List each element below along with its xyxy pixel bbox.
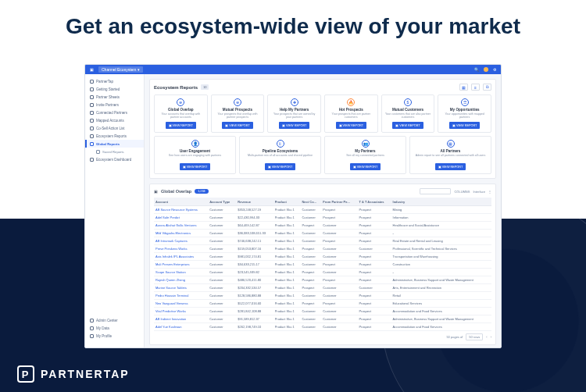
column-header[interactable]: Account <box>154 198 208 206</box>
columns-button[interactable]: COLUMNS <box>454 190 470 194</box>
cell: Product Sku 1 <box>273 245 301 253</box>
sidebar-bottom-item[interactable]: My Profile <box>85 332 144 340</box>
cell: Prospect <box>357 323 391 331</box>
account-link[interactable]: Scope Source Station <box>154 269 208 276</box>
cell: Customer <box>208 230 236 237</box>
sidebar-item[interactable]: Connected Partners <box>85 109 144 116</box>
report-card-title: Mutual Prospects <box>214 108 262 112</box>
table-search-input[interactable] <box>420 188 451 194</box>
column-header[interactable]: Next Co... <box>300 198 321 206</box>
cell: Construction <box>391 261 491 269</box>
account-link[interactable]: Mali Preserv Enterprises <box>154 261 208 269</box>
sidebar-bottom-item[interactable]: My Data <box>85 324 144 332</box>
table-row: AB Indirect InnovationCustomer$91,589,81… <box>154 315 491 323</box>
sidebar-item[interactable]: Partner Sheets <box>85 93 144 101</box>
sidebar-item[interactable]: Ecosystem Dashboard <box>85 155 144 163</box>
sidebar-subitem[interactable]: Global Reports <box>85 140 144 148</box>
cell: Customer <box>300 214 321 222</box>
account-link[interactable]: Adel Safe Predict <box>154 214 208 222</box>
cell: Product Sku 1 <box>273 315 301 323</box>
cell: $128,586,880.88 <box>236 292 273 300</box>
cell: Customer <box>300 292 321 300</box>
account-link[interactable]: Vital Predictive Works <box>154 308 208 315</box>
cell: Prospect <box>300 222 321 230</box>
account-link[interactable]: Pedro Houssin Terminal <box>154 292 208 300</box>
sidebar-item[interactable]: Invite Partners <box>85 101 144 109</box>
account-link[interactable]: AB Source Resource Systems <box>154 206 208 214</box>
cell: Customer <box>321 284 357 292</box>
table-pager: 50 pages of 50 rows ‹ › <box>154 331 491 340</box>
overlap-table: AccountAccount TypeRevenueProductNext Co… <box>154 198 491 331</box>
view-report-button[interactable]: ▣ VIEW REPORT <box>336 122 367 129</box>
main-content: Ecosystem Reports 10 ▦ ≡ ⧉ ⊕Global Overl… <box>145 74 501 347</box>
view-report-button[interactable]: ▣ VIEW REPORT <box>166 122 197 129</box>
view-report-button[interactable]: ▣ VIEW REPORT <box>279 122 310 129</box>
search-icon[interactable]: 🔍 <box>474 67 479 72</box>
column-header[interactable]: Industry <box>391 198 491 206</box>
reports-title: Ecosystem Reports <box>154 85 198 90</box>
sidebar-subitem[interactable]: Saved Reports <box>85 148 144 155</box>
pager-next-icon[interactable]: › <box>491 335 491 339</box>
copy-button[interactable]: ⧉ <box>483 84 491 91</box>
column-header[interactable]: Product <box>273 198 301 206</box>
table-row: Adel Safe PredictCustomer$22,430,994.33P… <box>154 214 491 222</box>
column-header[interactable]: T & T Associates <box>357 198 391 206</box>
sidebar-item[interactable]: Co-Sell Action List <box>85 124 144 132</box>
account-link[interactable]: Preve Preskens Works <box>154 245 208 253</box>
workspace-dropdown[interactable]: Channel Ecosystem ▾ <box>98 66 143 73</box>
account-link[interactable]: AB Indirect Innovation <box>154 315 208 323</box>
sidebar-item[interactable]: Getting Started <box>85 85 144 93</box>
cell: Prospect <box>357 261 391 269</box>
view-report-button[interactable]: ▣ VIEW REPORT <box>265 163 296 170</box>
interface-label: Interface <box>473 190 485 194</box>
avatar[interactable] <box>484 67 488 72</box>
account-link[interactable]: Neo Vanguard Viewess <box>154 300 208 308</box>
cell: Transportation and Warehousing <box>391 253 491 261</box>
view-report-button[interactable]: ▣ VIEW REPORT <box>350 163 381 170</box>
column-header[interactable]: Revenue <box>236 198 273 206</box>
page-size-select[interactable]: 50 rows <box>466 333 483 340</box>
account-link[interactable]: Marine Source Tablets <box>154 284 208 292</box>
cell: Administrative, Business Support and Was… <box>391 276 491 284</box>
report-card: $Mutual CustomersYour customers that are… <box>381 94 435 133</box>
column-header[interactable]: From Partner Pe... <box>321 198 357 206</box>
sidebar-bottom-item[interactable]: Admin Center <box>85 316 144 324</box>
pager-prev-icon[interactable]: ‹ <box>486 335 487 339</box>
account-link[interactable]: Mild Vibgadra Electronics <box>154 230 208 237</box>
report-card-desc: See how users are engaging with partners <box>157 154 233 161</box>
report-card-desc: Multi-partner mix of all accounts and sh… <box>242 154 318 161</box>
view-report-button[interactable]: ▣ VIEW REPORT <box>449 122 481 129</box>
settings-icon[interactable]: ⚙ <box>493 67 496 72</box>
nav-icon <box>90 119 94 123</box>
table-row: Neo Vanguard ViewessCustomer$522,077,016… <box>154 300 491 308</box>
cell: Customer <box>300 237 321 245</box>
sidebar-item[interactable]: Ecosystem Reports <box>85 132 144 140</box>
table-panel: ▣ Global Overlap 1,234 COLUMNS Interface… <box>149 184 496 345</box>
cell: Customer <box>321 230 357 237</box>
cell: $522,077,016.60 <box>236 300 273 308</box>
report-card: 👥My PartnersSee all my connected partner… <box>324 136 406 174</box>
account-link[interactable]: Adel Yue Kushwan <box>154 323 208 331</box>
table-row: Axis Infralek IPL AssociatesCustomer$981… <box>154 253 491 261</box>
account-link[interactable]: Axis Infralek IPL Associates <box>154 253 208 261</box>
cell: Customer <box>300 206 321 214</box>
nav-icon <box>90 95 94 99</box>
grid-view-button[interactable]: ▦ <box>459 84 468 91</box>
account-link[interactable]: AB Intramark Captures <box>154 237 208 245</box>
cell: Retail <box>391 292 491 300</box>
cell: $281,842,108.88 <box>236 308 273 315</box>
sidebar-item[interactable]: PartnerTap <box>85 77 144 85</box>
account-link[interactable]: Aurora Akshat Galla Ventures <box>154 222 208 230</box>
view-report-button[interactable]: ▣ VIEW REPORT <box>392 122 423 129</box>
more-icon[interactable]: ⋮ <box>488 190 491 194</box>
account-link[interactable]: Rajesh Queen Zheng <box>154 276 208 284</box>
report-card-title: Help My Partners <box>270 108 318 112</box>
sidebar-item[interactable]: Mapped Accounts <box>85 116 144 124</box>
view-report-button[interactable]: ▣ VIEW REPORT <box>222 122 253 129</box>
cell: Customer <box>208 214 236 222</box>
list-view-button[interactable]: ≡ <box>471 84 480 91</box>
view-report-button[interactable]: ▣ VIEW REPORT <box>435 163 466 170</box>
view-report-button[interactable]: ▣ VIEW REPORT <box>180 163 211 170</box>
column-header[interactable]: Account Type <box>208 198 236 206</box>
table-row: Mild Vibgadra ElectronicsCustomer$36,083… <box>154 230 491 237</box>
